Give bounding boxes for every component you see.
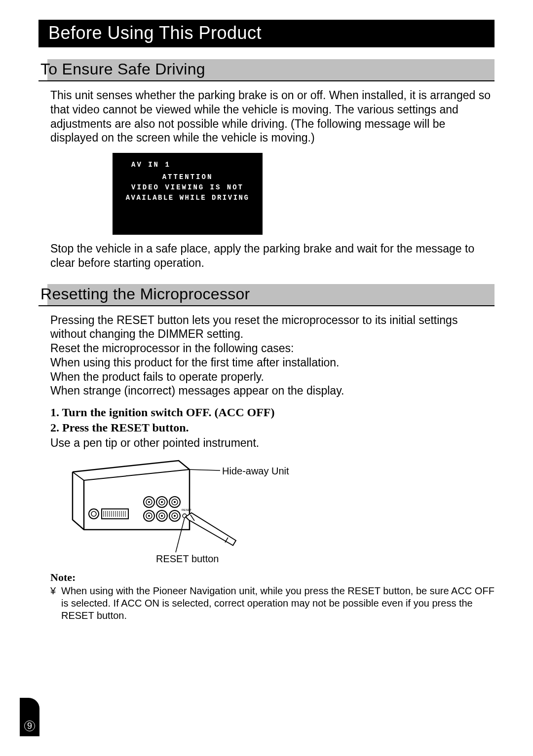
note-heading: Note: <box>50 571 495 584</box>
screen-line-attention: ATTENTION <box>121 172 254 182</box>
step-1: 1. Turn the ignition switch OFF. (ACC OF… <box>50 406 495 419</box>
step-2-sub: Use a pen tip or other pointed instrumen… <box>50 436 495 450</box>
body-para-2: Stop the vehicle in a safe place, apply … <box>50 242 495 270</box>
svg-text:RESET: RESET <box>182 508 191 511</box>
reset-para-3: When using this product for the first ti… <box>50 356 495 370</box>
reset-para-1: Pressing the RESET button lets you reset… <box>50 313 495 342</box>
reset-para-2: Reset the microprocessor in the followin… <box>50 341 495 356</box>
chapter-title: Before Using This Product <box>38 20 495 47</box>
note-bullet: ¥ <box>50 585 61 622</box>
label-hideaway-unit: Hide-away Unit <box>222 466 289 477</box>
svg-point-20 <box>148 501 150 503</box>
screen-line-video: VIDEO VIEWING IS NOT <box>121 182 254 193</box>
on-screen-warning-box: AV IN 1 ATTENTION VIDEO VIEWING IS NOT A… <box>113 153 263 235</box>
step-list: 1. Turn the ignition switch OFF. (ACC OF… <box>50 406 495 434</box>
step-2: 2. Press the RESET button. <box>50 421 495 434</box>
label-reset-button: RESET button <box>156 553 219 565</box>
note-text: When using with the Pioneer Navigation u… <box>61 585 495 622</box>
hideaway-unit-diagram: RESET Hide-away Unit RESET button <box>60 455 317 568</box>
screen-line-avin: AV IN 1 <box>131 160 254 170</box>
reset-para-4: When the product fails to operate proper… <box>50 370 495 384</box>
svg-point-23 <box>161 501 163 503</box>
note-item: ¥ When using with the Pioneer Navigation… <box>50 585 495 622</box>
section-title-safe-driving: To Ensure Safe Driving <box>38 59 495 81</box>
svg-line-38 <box>188 469 220 470</box>
page-content: Before Using This Product To Ensure Safe… <box>0 0 533 622</box>
svg-point-26 <box>174 501 176 503</box>
page-number: 9 <box>24 720 35 731</box>
svg-point-35 <box>174 515 176 517</box>
page-number-tab: 9 <box>20 698 39 736</box>
svg-point-29 <box>148 515 150 517</box>
body-para-1: This unit senses whether the parking bra… <box>50 88 495 145</box>
svg-point-32 <box>161 515 163 517</box>
screen-line-available: AVAILABLE WHILE DRIVING <box>121 193 254 203</box>
reset-para-5: When strange (incorrect) messages appear… <box>50 384 495 398</box>
svg-marker-39 <box>186 513 236 545</box>
section-title-resetting: Resetting the Microprocessor <box>38 284 495 306</box>
